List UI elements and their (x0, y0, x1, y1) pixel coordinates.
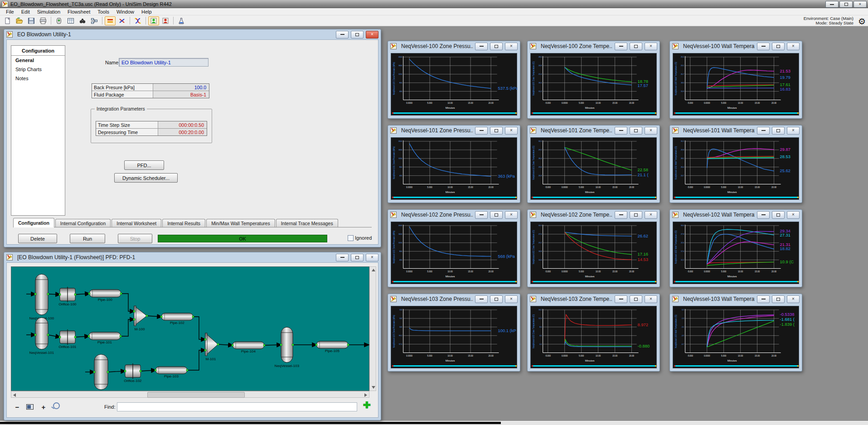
pfd-restore-button[interactable] (351, 254, 364, 261)
pfd-canvas[interactable]: NeqVessel-100NeqVessel-101NeqVessel-102N… (11, 266, 369, 391)
menu-item-file[interactable]: File (2, 9, 18, 15)
connection-port[interactable] (292, 344, 294, 346)
menu-item-flowsheet[interactable]: Flowsheet (64, 9, 94, 15)
chart-minimize-button[interactable] (475, 127, 488, 135)
sidebar-item-strip-charts[interactable]: Strip Charts (11, 65, 65, 74)
orifice-orifice-102[interactable] (125, 363, 141, 379)
delete-button[interactable]: Delete (18, 234, 57, 243)
sidebar-item-general[interactable]: General (11, 56, 65, 65)
chart-window-titlebar[interactable]: NeqVessel-102 Zone Tempe...× (528, 210, 659, 220)
chart-restore-button[interactable] (630, 43, 642, 50)
ignored-checkbox[interactable] (348, 235, 354, 241)
chart-restore-button[interactable] (630, 295, 642, 303)
print-icon[interactable] (38, 16, 48, 25)
menu-item-tools[interactable]: Tools (94, 9, 113, 15)
pipe-pipe-104[interactable] (233, 342, 264, 349)
pfd-flowsheet[interactable]: NeqVessel-100NeqVessel-101NeqVessel-102N… (11, 267, 370, 391)
pfd-close-button[interactable]: × (366, 254, 378, 261)
vessel-neqvessel-101[interactable] (35, 318, 48, 349)
mixer-m-100[interactable] (134, 306, 147, 326)
chart-close-button[interactable]: × (505, 295, 518, 303)
chart-minimize-button[interactable] (757, 127, 770, 135)
chart-window-titlebar[interactable]: NeqVessel-103 Wall Temperat...× (670, 294, 802, 304)
chart-minimize-button[interactable] (615, 295, 627, 303)
stream-connector[interactable] (264, 345, 281, 345)
scroll-down-icon[interactable] (372, 386, 375, 389)
new-icon[interactable] (2, 16, 13, 25)
solver-cross-icon[interactable] (116, 16, 127, 25)
chart-close-button[interactable]: × (505, 127, 518, 135)
pipe-pipe-102[interactable] (161, 313, 193, 320)
chart-window-titlebar[interactable]: NeqVessel-103 Zone Tempe...× (528, 294, 659, 304)
scroll-left-icon[interactable] (13, 393, 16, 397)
connection-port[interactable] (263, 344, 265, 346)
chart-close-button[interactable]: × (505, 43, 518, 50)
row-value[interactable]: Basis-1 (153, 91, 209, 98)
connection-port[interactable] (192, 316, 194, 318)
connection-port[interactable] (107, 371, 109, 373)
vessel-neqvessel-102[interactable] (94, 354, 108, 390)
chart-minimize-button[interactable] (615, 43, 627, 50)
chart-minimize-button[interactable] (475, 43, 488, 50)
connection-port[interactable] (133, 310, 135, 312)
chart-restore-button[interactable] (772, 127, 785, 135)
stream-connector[interactable] (75, 336, 89, 337)
chart-minimize-button[interactable] (757, 43, 770, 50)
flask-icon[interactable] (176, 16, 187, 25)
find-icon[interactable] (77, 16, 88, 25)
chart-restore-button[interactable] (490, 211, 503, 219)
stream-connector[interactable] (121, 319, 134, 336)
chart-restore-button[interactable] (490, 43, 503, 50)
save-icon[interactable] (26, 16, 37, 25)
pfd-vertical-scrollbar[interactable] (369, 266, 376, 391)
connection-port[interactable] (232, 344, 233, 346)
connection-port[interactable] (88, 293, 90, 295)
chart-minimize-button[interactable] (757, 211, 770, 219)
chart-restore-button[interactable] (630, 127, 642, 135)
chart-minimize-button[interactable] (615, 211, 627, 219)
pfd-horizontal-scrollbar[interactable] (11, 391, 369, 398)
connection-port[interactable] (133, 319, 135, 320)
pfd-minimize-button[interactable] (336, 254, 349, 261)
pipe-pipe-105[interactable] (316, 341, 348, 348)
stream-connector[interactable] (147, 316, 161, 317)
chart-window-titlebar[interactable]: NeqVessel-101 Zone Tempe...× (528, 126, 659, 135)
connection-port[interactable] (160, 316, 162, 318)
stream-connector[interactable] (187, 350, 205, 370)
app-minimize-button[interactable] (825, 1, 839, 8)
zoom-in-button[interactable]: + (40, 403, 47, 411)
stream-connector[interactable] (48, 335, 60, 337)
menu-item-simulation[interactable]: Simulation (34, 9, 64, 15)
connection-port[interactable] (146, 315, 148, 317)
connection-port[interactable] (120, 293, 122, 295)
stream-connector[interactable] (121, 294, 134, 311)
menu-item-window[interactable]: Window (113, 9, 138, 15)
chart-minimize-button[interactable] (757, 295, 770, 303)
tab-min-max-wall-temperatures[interactable]: Min/Max Wall Temperatures (206, 219, 275, 227)
tab-internal-configuration[interactable]: Internal Configuration (55, 219, 111, 227)
stream-connector[interactable] (108, 371, 125, 372)
connection-port[interactable] (120, 335, 121, 337)
orifice-orifice-100[interactable] (60, 287, 75, 302)
stream-connector[interactable] (218, 344, 233, 345)
chart-window-titlebar[interactable]: NeqVessel-100 Wall Tempera...× (670, 41, 802, 51)
menu-item-help[interactable]: Help (138, 9, 155, 15)
connection-port[interactable] (47, 293, 49, 295)
connection-port[interactable] (280, 344, 282, 346)
chart-window-titlebar[interactable]: NeqVessel-101 Wall Temperat...× (670, 126, 802, 135)
vessel-neqvessel-103[interactable] (281, 327, 293, 362)
connection-port[interactable] (315, 344, 317, 346)
chart-window-titlebar[interactable]: NeqVessel-101 Zone Pressu...× (388, 126, 520, 135)
vessel-neqvessel-100[interactable] (35, 274, 48, 315)
stream-connector[interactable] (48, 294, 60, 295)
chart-minimize-button[interactable] (615, 127, 627, 135)
chart-window-titlebar[interactable]: NeqVessel-100 Zone Tempe...× (528, 41, 659, 51)
chart-restore-button[interactable] (630, 211, 642, 219)
sidebar-item-notes[interactable]: Notes (11, 74, 65, 83)
scrollbar-thumb[interactable] (147, 392, 245, 398)
stream-connector[interactable] (75, 294, 89, 295)
connection-port[interactable] (93, 371, 95, 373)
name-field[interactable]: EO Blowdown Utility-1 (119, 58, 209, 67)
chart-restore-button[interactable] (772, 43, 785, 50)
tab-internal-worksheet[interactable]: Internal Worksheet (112, 219, 161, 227)
